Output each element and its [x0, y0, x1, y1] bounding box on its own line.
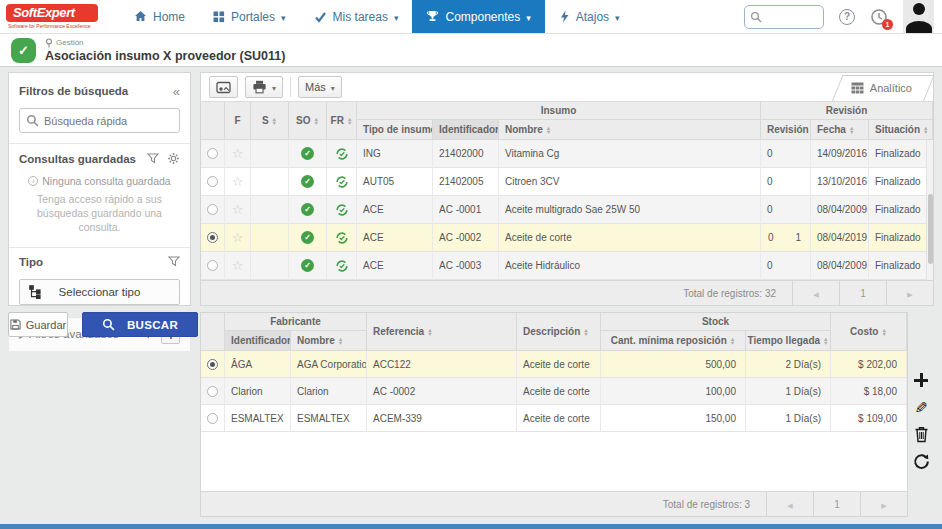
- table-row[interactable]: AUT05 21402005 Citroen 3CV 0 13/10/2016 …: [201, 168, 933, 196]
- nav-atajos[interactable]: Atajos: [545, 0, 634, 33]
- col-so-header[interactable]: SO: [289, 102, 327, 140]
- sync-check-icon: [335, 175, 349, 189]
- sync-check-icon: [335, 259, 349, 273]
- nav-componentes[interactable]: Componentes: [412, 0, 544, 33]
- table-row[interactable]: ESMALTEX ESMALTEX ACEM-339 Aceite de cor…: [201, 405, 907, 432]
- nav-componentes-label: Componentes: [445, 10, 520, 24]
- col-nombre-header[interactable]: Nombre: [291, 331, 367, 351]
- prev-page-button[interactable]: [792, 281, 839, 305]
- pagination: 1: [792, 281, 933, 305]
- radio-column-header: [201, 102, 225, 140]
- sync-check-icon: [335, 203, 349, 217]
- page-header: Gestión Asociación insumo X proveedor (S…: [0, 34, 942, 67]
- nav-mis-tareas[interactable]: Mis tareas: [300, 0, 413, 33]
- nav-home[interactable]: Home: [120, 0, 199, 33]
- clear-filter-icon[interactable]: [147, 153, 159, 165]
- gear-icon[interactable]: [167, 152, 180, 165]
- nav-portales[interactable]: Portales: [199, 0, 300, 33]
- row-radio-checked[interactable]: [207, 359, 218, 370]
- next-page-button[interactable]: [886, 281, 933, 305]
- fabricante-panel: Fabricante Referencia Descripción Stock …: [200, 312, 908, 517]
- record-count: Total de registros: 3: [663, 499, 750, 510]
- col-identificador-header[interactable]: Identificador: [433, 120, 499, 140]
- col-fr-header[interactable]: FR: [327, 102, 357, 140]
- sort-icon: [730, 337, 735, 345]
- bottom-bar: [0, 524, 942, 529]
- row-radio[interactable]: [207, 204, 218, 215]
- row-radio[interactable]: [207, 386, 218, 397]
- select-type-button[interactable]: Seleccionar tipo: [19, 279, 180, 305]
- col-nombre-header[interactable]: Nombre: [499, 120, 761, 140]
- favorite-star-icon[interactable]: [232, 258, 244, 273]
- favorite-star-icon[interactable]: [232, 174, 244, 189]
- softexpert-logo[interactable]: SoftExpert Software for Performance Exce…: [6, 0, 106, 33]
- row-radio[interactable]: [207, 176, 218, 187]
- col-identificador-header[interactable]: Identificador: [225, 331, 291, 351]
- table-row[interactable]: ACE AC -0003 Aceite Hidráulico 0 08/04/2…: [201, 252, 933, 280]
- col-tipo-header[interactable]: Tipo de insumo: [357, 120, 433, 140]
- save-button-label: Guardar: [26, 319, 66, 331]
- add-button[interactable]: [911, 370, 931, 390]
- scrollbar-thumb[interactable]: [928, 194, 933, 264]
- search-icon: [750, 11, 762, 23]
- logo-part2: Expert: [37, 5, 75, 20]
- clear-filter-icon[interactable]: [168, 256, 180, 268]
- vertical-scrollbar[interactable]: [926, 140, 933, 280]
- table-row-selected[interactable]: ÂGA AGA Corporation ACC122 Aceite de cor…: [201, 351, 907, 378]
- current-page[interactable]: 1: [813, 492, 860, 516]
- help-icon[interactable]: [839, 9, 855, 25]
- col-f-header[interactable]: F: [225, 102, 251, 140]
- global-search-box[interactable]: [744, 5, 824, 29]
- global-search-input[interactable]: [766, 11, 818, 23]
- save-button[interactable]: Guardar: [8, 312, 68, 337]
- col-descripcion-header[interactable]: Descripción: [517, 313, 601, 351]
- refresh-button[interactable]: [911, 451, 931, 471]
- user-avatar[interactable]: [903, 0, 934, 33]
- row-radio[interactable]: [207, 260, 218, 271]
- pin-icon: [45, 38, 53, 48]
- col-referencia-header[interactable]: Referencia: [367, 313, 517, 351]
- col-tiempo-llegada-header[interactable]: Tiempo llegada: [746, 331, 831, 351]
- print-button[interactable]: [245, 76, 283, 98]
- table-row[interactable]: ACE AC -0001 Aceite multigrado Sae 25W 5…: [201, 196, 933, 224]
- col-fecha-header[interactable]: Fecha: [811, 120, 869, 140]
- table-row-selected[interactable]: ACE AC -0002 Aceite de corte 01 08/04/20…: [201, 224, 933, 252]
- row-radio[interactable]: [207, 148, 218, 159]
- col-costo-header[interactable]: Costo: [831, 313, 907, 351]
- row-radio[interactable]: [207, 413, 218, 424]
- notification-badge: 1: [882, 19, 893, 30]
- row-radio-checked[interactable]: [207, 232, 218, 243]
- quick-search-input[interactable]: [44, 115, 173, 127]
- tab-analitico[interactable]: Analítico: [841, 75, 924, 101]
- current-page[interactable]: 1: [839, 281, 886, 305]
- more-button[interactable]: Más: [298, 76, 342, 98]
- favorite-star-icon[interactable]: [232, 202, 244, 217]
- prev-page-button[interactable]: [766, 492, 813, 516]
- category-label: Gestión: [56, 38, 84, 47]
- no-saved-query-text: Ninguna consulta guardada: [42, 175, 170, 187]
- col-revision-header[interactable]: Revisión: [761, 120, 811, 140]
- next-page-button[interactable]: [860, 492, 907, 516]
- col-s-header[interactable]: S: [251, 102, 289, 140]
- col-situacion-header[interactable]: Situación: [869, 120, 933, 140]
- quick-search-box[interactable]: [19, 108, 180, 133]
- view-record-button[interactable]: [209, 76, 238, 98]
- favorite-star-icon[interactable]: [232, 146, 244, 161]
- next-page-icon: [881, 499, 886, 510]
- page-title: Asociación insumo X proveedor (SU011): [45, 49, 285, 63]
- type-icons: [168, 256, 180, 268]
- search-submit-button[interactable]: BUSCAR: [82, 312, 198, 337]
- collapse-sidebar-icon[interactable]: [173, 82, 180, 100]
- insumo-group-header: Insumo: [357, 102, 761, 120]
- edit-button[interactable]: [911, 397, 931, 417]
- table-row[interactable]: Clarion Clarion AC -0002 Aceite de corte…: [201, 378, 907, 405]
- favorite-star-icon[interactable]: [232, 230, 244, 245]
- col-cant-minima-header[interactable]: Cant. mínima reposición: [601, 331, 746, 351]
- nav-atajos-label: Atajos: [576, 10, 609, 24]
- components-trophy-icon: [426, 10, 439, 23]
- print-dropdown-icon[interactable]: [272, 81, 276, 93]
- delete-button[interactable]: [911, 424, 931, 444]
- page-header-text: Gestión Asociación insumo X proveedor (S…: [45, 38, 285, 63]
- table-row[interactable]: ING 21402000 Vitamina Cg 0 14/09/2016 Fi…: [201, 140, 933, 168]
- notifications-button[interactable]: 1: [870, 8, 888, 26]
